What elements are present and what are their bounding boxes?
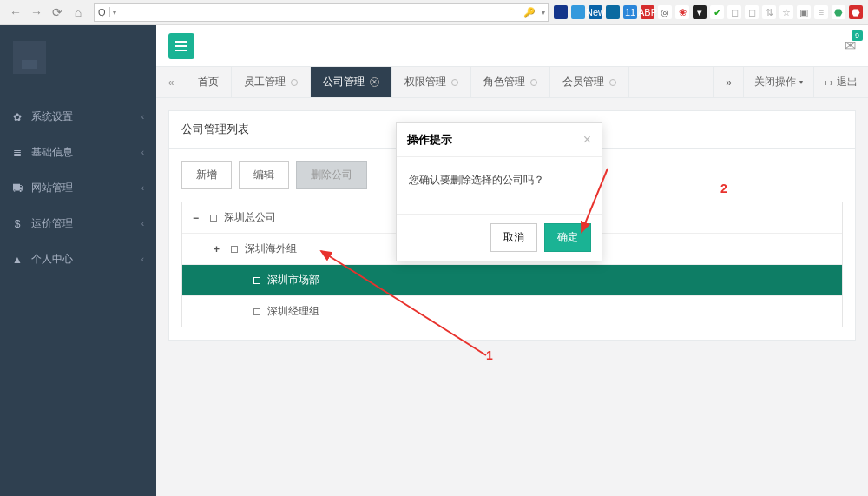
- tree-node-icon: [210, 215, 217, 222]
- menu-label: 运价管理: [31, 216, 73, 231]
- annotation-label-1: 1: [486, 348, 493, 362]
- chevron-left-icon: ‹: [141, 255, 144, 264]
- extension-icon[interactable]: [606, 5, 620, 19]
- sidebar: ✿系统设置‹≣基础信息‹⛟网站管理‹$运价管理‹▲个人中心‹: [0, 25, 156, 496]
- extension-icon[interactable]: ABP: [641, 5, 654, 19]
- tab-close-icon[interactable]: [609, 79, 616, 86]
- tab-label: 公司管理: [323, 75, 365, 89]
- chevron-left-icon: ‹: [141, 219, 144, 228]
- extension-icon[interactable]: ⇅: [762, 5, 776, 19]
- home-button[interactable]: ⌂: [70, 4, 86, 20]
- tab-close-icon[interactable]: [451, 79, 458, 86]
- main-area: ✉ 9 « 首页员工管理公司管理✕权限管理角色管理会员管理 » 关闭操作▾ ↦ …: [156, 25, 868, 496]
- logout-button[interactable]: ↦ 退出: [813, 67, 868, 97]
- extension-icon[interactable]: ▾: [693, 5, 707, 19]
- avatar[interactable]: [13, 41, 46, 74]
- add-button[interactable]: 新增: [181, 161, 232, 189]
- extension-icon[interactable]: 11: [623, 5, 637, 19]
- tree-row-3[interactable]: 深圳经理组: [182, 296, 842, 327]
- tab-label: 会员管理: [562, 75, 604, 89]
- tree-node-label: 深圳经理组: [267, 304, 319, 319]
- extension-icon[interactable]: ⬣: [849, 5, 863, 19]
- url-dropdown-right-icon[interactable]: ▾: [539, 9, 548, 17]
- extension-icon[interactable]: ⬣: [832, 5, 845, 19]
- extension-icon[interactable]: ◻: [727, 5, 741, 19]
- chevron-left-icon: ‹: [141, 148, 144, 157]
- sidebar-item-3[interactable]: $运价管理‹: [0, 206, 156, 241]
- extension-icon[interactable]: [571, 5, 585, 19]
- tabs-scroll-left[interactable]: «: [156, 67, 186, 97]
- tab-close-icon[interactable]: ✕: [370, 77, 379, 87]
- menu-icon: ✿: [12, 111, 23, 123]
- sidebar-header: [0, 25, 156, 99]
- chevron-left-icon: ‹: [141, 183, 144, 193]
- menu-label: 网站管理: [31, 181, 73, 195]
- tabs-scroll-right[interactable]: »: [713, 67, 743, 97]
- dialog-body: 您确认要删除选择的公司吗？: [397, 157, 602, 214]
- extension-icon[interactable]: ❀: [675, 5, 689, 19]
- extension-icon[interactable]: ◎: [658, 5, 672, 19]
- back-button[interactable]: ←: [8, 4, 23, 20]
- tabbar: « 首页员工管理公司管理✕权限管理角色管理会员管理 » 关闭操作▾ ↦ 退出: [156, 67, 868, 98]
- dialog-cancel-button[interactable]: 取消: [490, 223, 537, 252]
- menu-label: 个人中心: [31, 252, 73, 267]
- sidebar-item-0[interactable]: ✿系统设置‹: [0, 99, 156, 135]
- tree-node-label: 深圳总公司: [224, 210, 276, 225]
- tab-2[interactable]: 公司管理✕: [311, 67, 392, 97]
- extension-icon[interactable]: ≡: [814, 5, 828, 19]
- close-ops-dropdown[interactable]: 关闭操作▾: [743, 67, 813, 97]
- key-icon: 🔑: [523, 7, 539, 18]
- menu-icon: ▲: [12, 254, 23, 266]
- tree-node-icon: [231, 246, 238, 253]
- tab-label: 首页: [198, 75, 219, 89]
- url-bar[interactable]: Q ▾ 🔑 ▾: [94, 3, 549, 22]
- browser-chrome: ← → ⟳ ⌂ Q ▾ 🔑 ▾ New11ABP◎❀▾✔◻◻⇅☆▣≡⬣⬣: [0, 0, 868, 25]
- tree-node-icon: [253, 277, 260, 284]
- sidebar-item-2[interactable]: ⛟网站管理‹: [0, 170, 156, 206]
- reload-button[interactable]: ⟳: [49, 4, 65, 20]
- tab-close-icon[interactable]: [530, 79, 537, 86]
- extension-icon[interactable]: ◻: [745, 5, 759, 19]
- tree-toggle-icon[interactable]: +: [214, 243, 226, 255]
- tab-3[interactable]: 权限管理: [392, 67, 471, 97]
- tab-label: 员工管理: [244, 75, 286, 89]
- sidebar-item-4[interactable]: ▲个人中心‹: [0, 241, 156, 277]
- forward-button[interactable]: →: [29, 4, 44, 20]
- edit-button[interactable]: 编辑: [239, 161, 289, 189]
- dialog-ok-button[interactable]: 确定: [544, 223, 591, 252]
- url-scheme-badge: Q: [95, 7, 110, 17]
- menu-icon: ≣: [12, 147, 23, 159]
- extension-icons: New11ABP◎❀▾✔◻◻⇅☆▣≡⬣⬣: [554, 5, 863, 19]
- tab-label: 角色管理: [483, 75, 525, 89]
- extension-icon[interactable]: ▣: [797, 5, 811, 19]
- tree-node-label: 深圳海外组: [245, 241, 297, 256]
- confirm-dialog: 操作提示 × 您确认要删除选择的公司吗？ 取消 确定: [396, 122, 602, 261]
- tree-toggle-icon[interactable]: −: [193, 212, 205, 224]
- extension-icon[interactable]: [554, 5, 568, 19]
- topbar: ✉ 9: [156, 25, 868, 67]
- sidebar-toggle-button[interactable]: [168, 33, 194, 59]
- sidebar-item-1[interactable]: ≣基础信息‹: [0, 135, 156, 170]
- chevron-left-icon: ‹: [141, 112, 144, 122]
- tab-1[interactable]: 员工管理: [232, 67, 311, 97]
- tab-5[interactable]: 会员管理: [550, 67, 629, 97]
- tree-node-icon: [253, 308, 260, 315]
- dialog-close-icon[interactable]: ×: [583, 132, 591, 148]
- messages-icon[interactable]: ✉ 9: [845, 37, 856, 54]
- delete-button[interactable]: 删除公司: [296, 161, 367, 189]
- tab-0[interactable]: 首页: [186, 67, 232, 97]
- tab-close-icon[interactable]: [291, 79, 298, 86]
- tab-4[interactable]: 角色管理: [471, 67, 550, 97]
- tab-label: 权限管理: [404, 75, 446, 89]
- menu-label: 系统设置: [31, 109, 73, 124]
- extension-icon[interactable]: New: [589, 5, 602, 19]
- extension-icon[interactable]: ✔: [710, 5, 724, 19]
- tree-row-2[interactable]: 深圳市场部: [182, 265, 842, 296]
- extension-icon[interactable]: ☆: [779, 5, 793, 19]
- url-input[interactable]: [119, 6, 523, 18]
- url-dropdown-icon[interactable]: ▾: [110, 9, 119, 17]
- menu-icon: ⛟: [12, 182, 23, 195]
- menu-icon: $: [12, 218, 23, 230]
- messages-badge: 9: [852, 30, 863, 41]
- menu-label: 基础信息: [31, 145, 73, 160]
